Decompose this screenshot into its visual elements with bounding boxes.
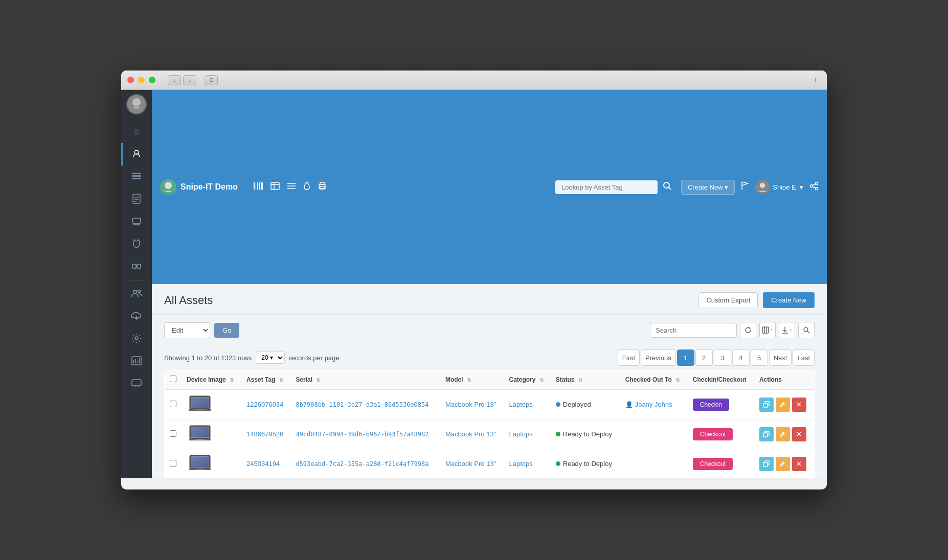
- refresh-button[interactable]: [740, 322, 756, 338]
- edit-button[interactable]: [776, 457, 790, 471]
- droplet-icon[interactable]: [303, 181, 310, 193]
- pagination-page-5-button[interactable]: 5: [751, 349, 768, 366]
- back-button[interactable]: ‹: [168, 75, 181, 85]
- svg-rect-5: [132, 178, 141, 179]
- svg-rect-85: [196, 469, 204, 470]
- clone-button[interactable]: [759, 457, 774, 471]
- lookup-input[interactable]: [555, 180, 658, 194]
- model-link[interactable]: Macbook Pro 13": [445, 460, 496, 468]
- flag-icon[interactable]: [741, 181, 749, 193]
- view-icon: [131, 379, 142, 389]
- main-content: All Assets Custom Export Create New Edit…: [152, 284, 827, 478]
- svg-rect-10: [132, 218, 141, 223]
- sidebar-item-reports[interactable]: [121, 350, 152, 372]
- select-all-checkbox[interactable]: [170, 376, 176, 382]
- sidebar-item-dashboard[interactable]: [121, 143, 152, 166]
- col-actions: Actions: [754, 370, 815, 390]
- pagination-page-1-button[interactable]: 1: [677, 349, 694, 366]
- new-tab-button[interactable]: +: [810, 75, 821, 85]
- list-icon[interactable]: [287, 182, 296, 192]
- bulk-action-select[interactable]: Edit: [164, 322, 210, 338]
- forward-button[interactable]: ›: [183, 75, 196, 85]
- download-export-button[interactable]: [779, 322, 795, 338]
- checkout-button[interactable]: Checkout: [693, 428, 733, 440]
- delete-button[interactable]: [792, 398, 806, 412]
- row-checkbox[interactable]: [170, 430, 176, 437]
- go-button[interactable]: Go: [214, 323, 239, 338]
- print-icon[interactable]: [318, 182, 327, 192]
- create-new-button[interactable]: Create New: [763, 292, 815, 308]
- category-link[interactable]: Laptops: [509, 401, 533, 408]
- asset-tag-link[interactable]: 245034194: [246, 460, 280, 468]
- checked-out-user-link[interactable]: 👤Joany Johns: [625, 401, 683, 408]
- records-text: records per page: [289, 354, 339, 362]
- menu-icon: ☰: [133, 128, 140, 136]
- barcode-icon[interactable]: [253, 182, 263, 192]
- checkout-button[interactable]: Checkout: [693, 458, 733, 470]
- col-status: Status ⇅: [551, 370, 620, 390]
- table-icon[interactable]: [270, 182, 280, 192]
- edit-button[interactable]: [776, 427, 790, 441]
- sidebar-item-settings[interactable]: [121, 328, 152, 350]
- sidebar-item-people[interactable]: [121, 283, 152, 305]
- pagination-first-button[interactable]: First: [618, 349, 640, 366]
- table-row: 1486679526 49cd0487-0994-39d6-b967-b93f5…: [165, 419, 815, 449]
- table-wrapper: Device Image ⇅ Asset Tag ⇅ Serial ⇅ Mode…: [152, 370, 827, 478]
- mac-titlebar: ‹ › ⊙ +: [121, 71, 827, 90]
- sidebar-item-components[interactable]: [121, 255, 152, 278]
- minimize-button[interactable]: [138, 77, 145, 83]
- per-page-select[interactable]: 20 ▾: [256, 352, 285, 364]
- pagination-next-button[interactable]: Next: [769, 349, 792, 366]
- checkin-checkout-cell: Checkout: [688, 449, 754, 479]
- svg-rect-68: [191, 398, 209, 408]
- pagination-last-button[interactable]: Last: [793, 349, 815, 366]
- sidebar-item-assets[interactable]: [121, 166, 152, 188]
- create-new-topnav-button[interactable]: Create New ▾: [681, 180, 735, 195]
- asset-tag-link[interactable]: 1226076034: [246, 401, 283, 408]
- model-link[interactable]: Macbook Pro 13": [445, 401, 496, 408]
- pagination-page-4-button[interactable]: 4: [732, 349, 750, 366]
- edit-button[interactable]: [776, 398, 790, 412]
- svg-rect-6: [133, 194, 140, 203]
- sidebar-item-view[interactable]: [121, 372, 152, 395]
- search-icon[interactable]: [663, 181, 672, 193]
- sidebar-divider: [129, 280, 144, 281]
- sidebar-item-accessories[interactable]: [121, 211, 152, 233]
- maximize-button[interactable]: [149, 77, 155, 83]
- sidebar-item-menu[interactable]: ☰: [121, 121, 152, 143]
- search-input[interactable]: [650, 323, 737, 338]
- licenses-icon: [132, 194, 141, 205]
- download-button[interactable]: ⊙: [205, 75, 218, 85]
- row-checkbox[interactable]: [170, 401, 176, 407]
- svg-point-47: [664, 182, 669, 188]
- serial-number: 8b7908bb-1101-3b27-a3a1-86d5536e0854: [296, 401, 428, 408]
- components-icon: [131, 262, 142, 272]
- model-link[interactable]: Macbook Pro 13": [445, 430, 496, 438]
- nav-icons: [253, 181, 327, 193]
- close-button[interactable]: [127, 77, 134, 83]
- clone-button[interactable]: [759, 427, 774, 441]
- sidebar-item-consumables[interactable]: [121, 233, 152, 255]
- columns-button[interactable]: [759, 322, 776, 338]
- row-checkbox[interactable]: [170, 460, 176, 466]
- category-link[interactable]: Laptops: [509, 460, 533, 468]
- svg-rect-76: [196, 439, 204, 440]
- sidebar-item-licenses[interactable]: [121, 188, 152, 211]
- asset-tag-link[interactable]: 1486679526: [246, 430, 283, 438]
- category-link[interactable]: Laptops: [509, 430, 533, 438]
- delete-button[interactable]: [792, 427, 806, 441]
- user-menu-button[interactable]: Snipe E. ▾: [755, 180, 803, 194]
- search-expand-button[interactable]: [798, 322, 815, 338]
- checked-out-cell: [620, 419, 688, 449]
- pagination-page-3-button[interactable]: 3: [714, 349, 731, 366]
- pagination-page-2-button[interactable]: 2: [695, 349, 713, 366]
- checkin-button[interactable]: Checkin: [693, 399, 729, 411]
- svg-rect-38: [271, 182, 279, 190]
- custom-export-button[interactable]: Custom Export: [698, 292, 758, 308]
- clone-button[interactable]: [759, 398, 774, 412]
- sidebar-item-cloud[interactable]: [121, 305, 152, 328]
- pagination-previous-button[interactable]: Previous: [641, 349, 676, 366]
- delete-button[interactable]: [792, 457, 806, 471]
- svg-rect-14: [132, 264, 136, 268]
- share-icon[interactable]: [809, 181, 819, 193]
